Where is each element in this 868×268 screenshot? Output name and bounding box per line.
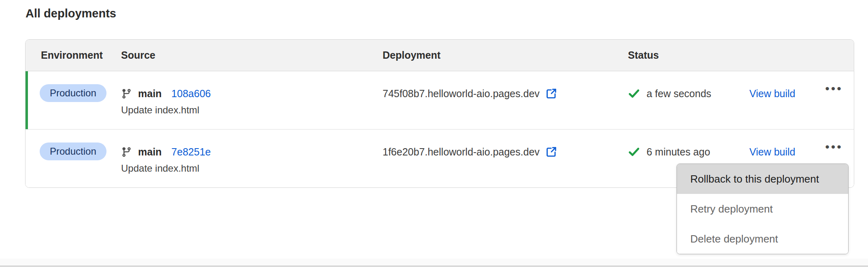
environment-cell: Production — [26, 71, 121, 129]
branch-name: main — [138, 144, 162, 160]
column-header-status: Status — [628, 49, 749, 61]
commit-link[interactable]: 108a606 — [171, 86, 211, 101]
external-link-icon[interactable] — [545, 146, 557, 158]
kebab-menu-button[interactable]: ••• — [823, 81, 845, 96]
table-row: Production main 108a606 Update index.htm… — [26, 71, 854, 129]
column-header-environment: Environment — [26, 49, 121, 61]
column-header-source: Source — [121, 49, 383, 61]
environment-badge: Production — [40, 143, 106, 160]
deployment-context-menu: Rollback to this deployment Retry deploy… — [677, 164, 849, 254]
view-build-cell: View build — [749, 71, 814, 129]
environment-cell: Production — [26, 130, 121, 187]
git-branch-icon — [121, 88, 132, 99]
commit-link[interactable]: 7e8251e — [171, 144, 211, 160]
commit-message: Update index.html — [121, 161, 383, 176]
check-icon — [628, 146, 640, 158]
menu-item-retry[interactable]: Retry deployment — [677, 194, 848, 224]
menu-item-rollback[interactable]: Rollback to this deployment — [677, 164, 848, 194]
deployment-url: 745f08b7.helloworld-aio.pages.dev — [383, 86, 540, 101]
commit-message: Update index.html — [121, 102, 383, 118]
branch-name: main — [138, 86, 162, 101]
table-header-row: Environment Source Deployment Status — [26, 40, 854, 71]
status-text: a few seconds — [647, 86, 711, 101]
menu-item-delete[interactable]: Delete deployment — [677, 224, 848, 254]
view-build-link[interactable]: View build — [749, 88, 796, 99]
source-cell: main 7e8251e Update index.html — [121, 130, 383, 187]
deployment-cell: 1f6e20b7.helloworld-aio.pages.dev — [383, 130, 628, 187]
deployment-cell: 745f08b7.helloworld-aio.pages.dev — [383, 71, 628, 129]
external-link-icon[interactable] — [545, 87, 557, 100]
page-title: All deployments — [26, 7, 116, 20]
view-build-link[interactable]: View build — [749, 146, 796, 157]
deployment-url: 1f6e20b7.helloworld-aio.pages.dev — [383, 144, 540, 160]
current-deployment-indicator-bar — [26, 71, 28, 129]
check-icon — [628, 87, 640, 100]
environment-badge: Production — [40, 84, 106, 102]
row-menu-cell: ••• — [814, 71, 854, 129]
status-text: 6 minutes ago — [647, 144, 710, 160]
column-header-deployment: Deployment — [383, 49, 628, 61]
status-cell: a few seconds — [628, 71, 749, 129]
git-branch-icon — [121, 147, 132, 157]
kebab-menu-button[interactable]: ••• — [823, 139, 845, 155]
bottom-divider — [0, 259, 868, 267]
source-cell: main 108a606 Update index.html — [121, 71, 383, 129]
